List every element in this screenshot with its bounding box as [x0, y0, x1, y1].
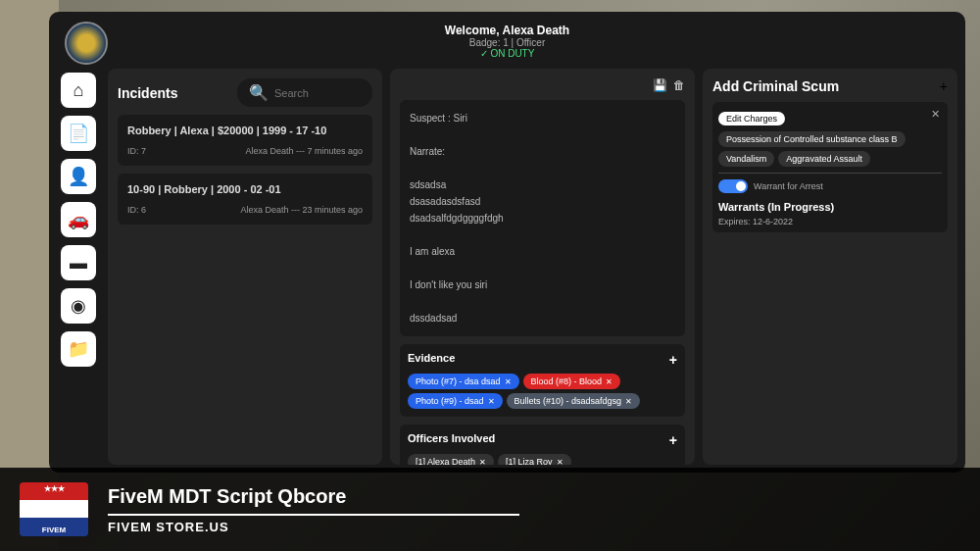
badge-info: Badge: 1 | Officer	[61, 37, 954, 48]
evidence-section: Evidence + Photo (#7) - dsa dsad ✕Blood …	[400, 344, 685, 417]
remove-icon[interactable]: ✕	[505, 377, 512, 386]
overlay-title: FiveM MDT Script Qbcore	[108, 485, 519, 516]
folder-icon[interactable]: 📁	[61, 331, 96, 367]
delete-icon[interactable]: 🗑	[673, 78, 685, 92]
duty-status: ✓ ON DUTY	[61, 48, 954, 59]
incident-meta: Alexa Death --- 7 minutes ago	[245, 146, 363, 156]
add-evidence-button[interactable]: +	[669, 352, 677, 368]
officer-tag[interactable]: [1] Alexa Death ✕	[408, 454, 494, 465]
incident-id: ID: 6	[127, 205, 146, 215]
charges-block: ✕ Edit Charges Possession of Controlled …	[712, 102, 948, 232]
nav-sidebar: ⌂ 📄 👤 🚗 ▬ ◉ 📁	[57, 69, 100, 465]
charge-tag[interactable]: Vandalism	[718, 151, 774, 167]
mdt-app: Welcome, Alexa Death Badge: 1 | Officer …	[49, 12, 965, 473]
book-icon[interactable]: ▬	[61, 245, 96, 280]
incidents-title: Incidents	[118, 85, 229, 101]
remove-icon[interactable]: ✕	[479, 458, 486, 466]
criminal-title: Add Criminal Scum	[712, 78, 932, 94]
fivem-logo-icon: FIVEM	[20, 482, 88, 536]
officer-tag[interactable]: [1] Liza Roy ✕	[498, 454, 571, 465]
department-badge-icon	[65, 22, 108, 65]
incident-card[interactable]: Robbery | Alexa | $20000 | 1999 - 17 -10…	[118, 115, 372, 166]
incidents-panel: Incidents 🔍 Robbery | Alexa | $20000 | 1…	[108, 69, 382, 465]
evidence-tag[interactable]: Photo (#7) - dsa dsad ✕	[408, 374, 519, 389]
overlay-subtitle: FIVEM STORE.US	[108, 520, 519, 534]
edit-charges-button[interactable]: Edit Charges	[718, 112, 785, 125]
evidence-tag[interactable]: Blood (#8) - Blood ✕	[523, 374, 621, 389]
warrant-label: Warrant for Arrest	[754, 181, 823, 191]
criminal-panel: Add Criminal Scum + ✕ Edit Charges Posse…	[703, 69, 957, 465]
welcome-text: Welcome, Alexa Death	[61, 24, 954, 37]
remove-icon[interactable]: ✕	[606, 377, 612, 386]
search-icon: 🔍	[249, 83, 269, 102]
evidence-tag[interactable]: Photo (#9) - dsad ✕	[408, 393, 503, 409]
search-box[interactable]: 🔍	[237, 78, 372, 107]
evidence-title: Evidence	[408, 352, 455, 368]
detail-panel: 💾 🗑 Suspect : Siri Narrate: sdsadsa dsas…	[390, 69, 695, 465]
warrant-expires: Expires: 12-6-2022	[718, 217, 942, 226]
incident-id: ID: 7	[127, 146, 146, 156]
narrative-box[interactable]: Suspect : Siri Narrate: sdsadsa dsasadas…	[400, 100, 685, 336]
document-icon[interactable]: 📄	[61, 116, 96, 151]
branding-overlay: FIVEM FiveM MDT Script Qbcore FIVEM STOR…	[0, 468, 980, 551]
add-officer-button[interactable]: +	[669, 432, 677, 448]
officers-section: Officers Involved + [1] Alexa Death ✕[1]…	[400, 425, 685, 465]
vehicle-icon[interactable]: 🚗	[61, 202, 96, 237]
charge-tag[interactable]: Aggravated Assault	[778, 151, 870, 167]
save-icon[interactable]: 💾	[653, 78, 667, 92]
home-icon[interactable]: ⌂	[61, 73, 96, 108]
incident-card[interactable]: 10-90 | Robbery | 2000 - 02 -01 ID: 6 Al…	[118, 174, 372, 225]
incident-meta: Alexa Death --- 23 minutes ago	[240, 205, 363, 215]
search-input[interactable]	[274, 87, 361, 99]
app-header: Welcome, Alexa Death Badge: 1 | Officer …	[57, 20, 957, 63]
incident-title: Robbery | Alexa | $20000 | 1999 - 17 -10	[127, 125, 363, 136]
close-icon[interactable]: ✕	[931, 108, 940, 121]
charge-tag[interactable]: Possession of Controlled substance class…	[718, 131, 906, 147]
remove-icon[interactable]: ✕	[625, 397, 632, 406]
add-criminal-button[interactable]: +	[940, 78, 948, 94]
remove-icon[interactable]: ✕	[557, 458, 564, 466]
warrants-title: Warrants (In Progress)	[718, 201, 942, 213]
warrant-toggle[interactable]	[718, 179, 748, 193]
evidence-tag[interactable]: Bullets (#10) - dsadsafdgsg ✕	[507, 393, 641, 409]
incident-title: 10-90 | Robbery | 2000 - 02 -01	[127, 183, 363, 195]
profile-icon[interactable]: 👤	[61, 159, 96, 194]
officers-title: Officers Involved	[408, 432, 495, 448]
remove-icon[interactable]: ✕	[488, 397, 495, 406]
fingerprint-icon[interactable]: ◉	[61, 288, 96, 324]
